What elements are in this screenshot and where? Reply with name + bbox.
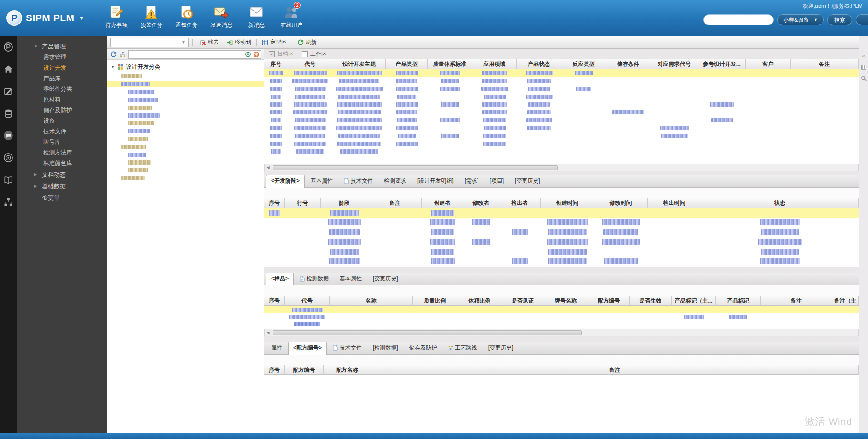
column-header[interactable]: 检出时间 <box>648 198 701 208</box>
tree-item[interactable] <box>107 144 264 150</box>
sidebar-item-标准颜色库[interactable]: 标准颜色库 <box>17 158 107 169</box>
column-header[interactable]: 序号 <box>264 198 285 208</box>
tree-item[interactable] <box>107 152 264 158</box>
tree-root[interactable]: ▼ 设计开发分类 <box>107 62 264 71</box>
filter-checkbox-归档区[interactable]: ✓归档区 <box>269 50 294 58</box>
table-row[interactable] <box>264 148 859 155</box>
column-header[interactable]: 名称 <box>330 296 413 305</box>
table-row[interactable] <box>264 313 859 320</box>
tree-filter-input[interactable] <box>128 50 261 59</box>
search-panel-icon[interactable] <box>861 75 867 81</box>
tree-item[interactable] <box>107 81 264 87</box>
tab-change-history[interactable]: [变更历史] <box>510 175 545 187</box>
table-row[interactable] <box>264 237 859 247</box>
tab-tech-docs[interactable]: 技术文件 <box>328 342 367 354</box>
remove-button[interactable]: 移去 <box>196 37 222 47</box>
tree-item[interactable] <box>107 105 264 111</box>
sidebar-item-技术文件[interactable]: 技术文件 <box>17 126 107 137</box>
scroll-left-arrow-icon[interactable]: ◀ <box>265 329 272 336</box>
column-header[interactable]: 对应需求代号 <box>650 59 698 69</box>
sidebar-group-产品管理[interactable]: ▼产品管理 <box>17 41 107 52</box>
column-header[interactable]: 储存条件 <box>606 59 651 69</box>
tab-test-data[interactable]: 检测数据 <box>295 273 334 285</box>
finalize-button[interactable]: 定型区 <box>259 37 290 47</box>
table-row[interactable] <box>264 124 859 132</box>
column-header[interactable]: 客户 <box>746 59 791 69</box>
tab-project[interactable]: [项目] <box>484 175 509 187</box>
tree-item[interactable] <box>107 167 264 173</box>
column-header[interactable]: 配方编号 <box>285 365 324 374</box>
filter-checkbox-工作区[interactable]: 工作区 <box>302 50 327 58</box>
rail-logo-icon[interactable] <box>3 42 14 53</box>
global-search-input[interactable] <box>703 14 774 25</box>
tab-process-route[interactable]: 工艺路线 <box>443 342 482 354</box>
column-header[interactable]: 产品类型 <box>386 59 427 69</box>
column-header[interactable]: 修改者 <box>463 198 499 208</box>
edge-button[interactable] <box>856 14 868 25</box>
tree-item[interactable] <box>107 160 264 166</box>
tab-change-history[interactable]: [变更历史] <box>483 342 519 354</box>
column-header[interactable]: 状态 <box>701 198 859 208</box>
sidebar-group-变更单[interactable]: 变更单 <box>17 192 107 203</box>
tree-item[interactable] <box>107 175 264 181</box>
column-header[interactable]: 行号 <box>285 198 320 208</box>
column-header[interactable]: 配方编号 <box>588 296 630 305</box>
column-header[interactable]: 是否见证 <box>502 296 543 305</box>
table-row[interactable] <box>264 77 859 85</box>
table-row[interactable] <box>264 93 859 101</box>
column-header[interactable]: 序号 <box>264 365 285 374</box>
column-header[interactable]: 牌号名称 <box>543 296 588 305</box>
horizontal-scrollbar[interactable]: ◀ <box>264 329 859 336</box>
tree-refresh-icon[interactable] <box>110 51 117 58</box>
column-header[interactable]: 修改时间 <box>594 198 648 208</box>
scrollbar-thumb[interactable] <box>273 165 558 170</box>
column-header[interactable]: 产品标记 <box>716 296 761 305</box>
header-tool-users[interactable]: 2在线用户 <box>280 4 302 29</box>
tab-basic-attrs[interactable]: 基本属性 <box>306 175 338 187</box>
table-row[interactable] <box>264 116 859 124</box>
header-tool-alert[interactable]: 预警任务 <box>140 4 162 29</box>
column-header[interactable]: 备注 <box>791 59 859 69</box>
table-row[interactable] <box>264 208 859 218</box>
tab-storage[interactable]: 储存及防护 <box>404 342 442 354</box>
header-tool-message[interactable]: 新消息 <box>245 4 267 29</box>
refresh-button[interactable]: 刷新 <box>294 37 320 47</box>
sidebar-item-设计开发[interactable]: 设计开发 <box>17 63 107 73</box>
table-row[interactable] <box>264 140 859 148</box>
column-header[interactable]: 产品标记（主... <box>672 296 716 305</box>
column-header[interactable]: 质量比例 <box>413 296 457 305</box>
sidebar-item-牌号库[interactable]: 牌号库 <box>17 137 107 148</box>
header-tool-todo[interactable]: 待办事项 <box>105 4 127 29</box>
rail-chat-icon[interactable] <box>3 130 14 141</box>
column-header[interactable]: 产品状态 <box>517 59 561 69</box>
column-header[interactable]: 备注 <box>368 198 422 208</box>
table-row[interactable] <box>264 132 859 140</box>
locate-icon[interactable] <box>244 51 252 58</box>
category-dropdown[interactable]: ▼ <box>110 38 189 47</box>
column-header[interactable]: 设计开发主题 <box>332 59 386 69</box>
sidebar-item-设备[interactable]: 设备 <box>17 116 107 126</box>
tree-item[interactable] <box>107 128 264 134</box>
tab-attrs[interactable]: 属性 <box>266 342 287 354</box>
rail-org-icon[interactable] <box>3 196 14 208</box>
table-row[interactable] <box>264 108 859 116</box>
tab-formula-no[interactable]: <配方编号> <box>288 342 327 355</box>
column-header[interactable]: 反应类型 <box>561 59 606 69</box>
scroll-left-arrow-icon[interactable]: ◀ <box>265 164 272 171</box>
column-header[interactable]: 代号 <box>285 296 330 305</box>
header-tool-notify[interactable]: 通知任务 <box>175 4 197 29</box>
tree-item[interactable] <box>107 73 264 79</box>
column-header[interactable]: 阶段 <box>321 198 368 208</box>
tab-basic-attrs[interactable]: 基本属性 <box>335 273 367 285</box>
search-scope-dropdown[interactable]: 小样&设备 ▼ <box>777 14 824 25</box>
column-header[interactable]: 体积比例 <box>457 296 502 305</box>
rail-book-icon[interactable] <box>3 174 14 185</box>
sidebar-item-检测方法库[interactable]: 检测方法库 <box>17 148 107 158</box>
chevron-down-icon[interactable]: ▼ <box>111 65 115 69</box>
rail-home-icon[interactable] <box>3 64 14 75</box>
tab-tech-docs[interactable]: 技术文件 <box>339 175 378 187</box>
rail-database-icon[interactable] <box>3 108 14 119</box>
column-header[interactable]: 代号 <box>288 59 333 69</box>
column-header[interactable]: 质量体系标准 <box>428 59 472 69</box>
column-header[interactable]: 序号 <box>264 296 285 305</box>
